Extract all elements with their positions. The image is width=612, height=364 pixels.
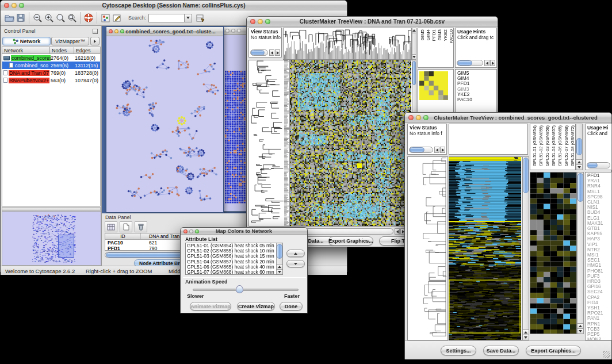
zoom-fit-icon[interactable] [66, 13, 78, 24]
birdseye-canvas[interactable] [2, 211, 101, 266]
heatmap-panel[interactable] [290, 60, 412, 227]
close-icon[interactable] [109, 29, 113, 33]
network-row[interactable]: DNA and Tran 07 769(0) 183728(0) [2, 69, 100, 76]
scroll-right-icon[interactable] [440, 147, 445, 153]
float-panel-icon[interactable] [93, 29, 98, 34]
column-label[interactable]: YKE2 [443, 29, 448, 41]
zoom-window-icon[interactable] [19, 3, 24, 8]
dialog-title-bar[interactable]: Map Colors to Network [181, 228, 307, 235]
network-row[interactable]: combined_scores 2764(0) 16218(0) [2, 54, 100, 62]
attribute-list-vscrollbar[interactable] [276, 243, 282, 274]
settings-button[interactable]: Settings... [441, 346, 476, 355]
minimize-icon[interactable] [189, 229, 193, 233]
matrix-view-frame[interactable] [223, 26, 248, 212]
new-attribute-icon[interactable] [120, 221, 132, 232]
minimize-icon[interactable] [114, 29, 118, 33]
zoom-window-icon[interactable] [265, 19, 270, 24]
rowtree2-canvas[interactable] [408, 157, 447, 340]
minimize-icon[interactable] [258, 19, 263, 24]
scrollbar-thumb[interactable] [523, 158, 529, 193]
export-graphics-button[interactable]: Export Graphics... [328, 236, 373, 246]
column-label[interactable]: PFD1 [431, 29, 437, 41]
main-title-bar[interactable]: Cytoscape Desktop (Session Name: collins… [1, 1, 347, 10]
minimize-icon[interactable] [12, 3, 17, 8]
vizmap-icon[interactable] [100, 13, 111, 24]
column-label[interactable]: GIM3 [437, 29, 442, 41]
column-label[interactable]: GPL51-08 (GSM872) [570, 125, 575, 166]
move-up-button[interactable] [286, 250, 305, 257]
zoom-window-icon[interactable] [237, 29, 241, 33]
scroll-right-icon[interactable] [490, 60, 495, 66]
scroll-right-icon[interactable] [275, 49, 280, 56]
column-tree-vscrollbar[interactable] [412, 28, 416, 60]
close-icon[interactable] [408, 115, 414, 120]
row-dendrogram-panel[interactable] [248, 60, 290, 227]
scroll-left-icon[interactable] [395, 228, 400, 235]
zoom-in-icon[interactable] [43, 13, 55, 24]
tab-network[interactable]: Network [2, 37, 51, 45]
column-header-id[interactable]: ID [105, 233, 141, 239]
minimize-icon[interactable] [416, 115, 421, 120]
scrollbar-thumb[interactable] [277, 244, 282, 259]
panel-splitter[interactable] [2, 207, 101, 211]
search-input[interactable] [148, 14, 184, 22]
column-label[interactable]: GPL51-07 (GSM868) [564, 125, 569, 166]
summary-heatmap-panel[interactable] [449, 156, 522, 340]
move-down-button[interactable] [286, 260, 305, 267]
column-header-edges[interactable]: Edges [74, 47, 101, 54]
network-row[interactable]: combined_sco 2569(6) 13112(15) [2, 62, 100, 69]
coltree1-canvas[interactable] [284, 28, 411, 59]
delete-attribute-icon[interactable] [135, 221, 147, 232]
create-vizmap-button[interactable]: Create Vizmap [237, 302, 275, 311]
save-session-icon[interactable] [15, 13, 26, 24]
scrollbar-thumb[interactable] [576, 138, 582, 155]
view-status-scrollbar[interactable] [250, 49, 280, 56]
network-view-frame[interactable]: combined_scores_good.txt--cluste... [106, 26, 224, 213]
row-dendrogram-panel[interactable] [407, 156, 448, 340]
matrix1-canvas[interactable] [419, 71, 448, 100]
column-label[interactable]: GPL51-02 (GSM855) [538, 125, 544, 166]
table-options-icon[interactable] [105, 221, 117, 232]
minimize-icon[interactable] [231, 29, 235, 33]
usage-hints-scrollbar[interactable] [457, 60, 495, 66]
zoom-out-icon[interactable] [32, 13, 43, 24]
scrollbar-thumb[interactable] [577, 173, 583, 202]
heatmap2-summary-canvas[interactable] [449, 157, 521, 340]
summary-vscrollbar[interactable] [522, 156, 529, 340]
scrollbar-thumb[interactable] [412, 61, 416, 85]
column-label[interactable]: GIM4 [426, 29, 431, 41]
zoom-actual-icon[interactable] [55, 13, 66, 24]
close-icon[interactable] [250, 19, 255, 24]
treeview-dna-title-bar[interactable]: ClusterMaker TreeView : DNA and Tran 07-… [247, 17, 498, 26]
tab-overflow-button[interactable] [90, 37, 100, 45]
column-label[interactable]: GPL51-01 (GSM854) [532, 125, 537, 166]
annotation-icon[interactable] [111, 13, 123, 24]
column-label[interactable]: GIM5 [420, 29, 425, 41]
animation-speed-slider[interactable] [193, 289, 299, 291]
column-label[interactable]: PAC10 [449, 29, 454, 44]
network-canvas[interactable] [106, 36, 223, 212]
scroll-left-icon[interactable] [434, 147, 439, 153]
column-header-nodes[interactable]: Nodes [50, 47, 74, 54]
zoom-vscrollbar[interactable] [577, 172, 584, 334]
column-header-network[interactable]: Network [2, 47, 50, 54]
tab-vizmapper[interactable]: VizMapper™ [51, 37, 89, 45]
animate-vizmap-button[interactable]: Animate Vizmap [190, 302, 231, 311]
done-button[interactable]: Done [280, 302, 303, 311]
save-data-button[interactable]: Save Data... [483, 346, 519, 355]
table-import-icon[interactable] [194, 13, 206, 24]
column-label[interactable]: GPL51-06 (GSM865) [557, 125, 563, 166]
heatmap2-zoom-canvas[interactable] [530, 173, 576, 334]
search-dropdown-button[interactable] [184, 14, 192, 22]
attribute-item[interactable]: GPL51-07 (GSM868) heat shock 60 min [186, 270, 276, 274]
zoom-window-icon[interactable] [423, 115, 429, 120]
help-lifebuoy-icon[interactable] [83, 13, 94, 24]
bluegrid-canvas[interactable] [224, 35, 248, 211]
view-status-scrollbar[interactable] [409, 147, 445, 153]
treeview-combined-title-bar[interactable]: ClusterMaker TreeView : combined_scores_… [405, 113, 611, 122]
zoom-heatmap-panel[interactable] [530, 172, 577, 334]
column-dendrogram-panel[interactable] [283, 28, 412, 60]
gene-list-item[interactable]: PAC10 [456, 97, 496, 102]
zoom-window-icon[interactable] [195, 229, 199, 233]
column-label[interactable]: GPL51-03 (GSM856) [545, 125, 550, 166]
